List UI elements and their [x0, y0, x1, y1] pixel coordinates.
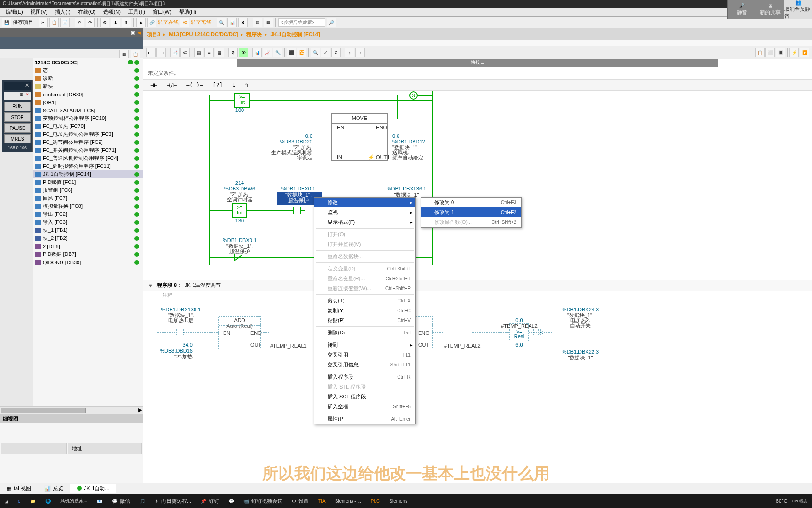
bc-device[interactable]: M13 [CPU 1214C DC/DC/DC] — [169, 32, 238, 37]
offline-icon[interactable]: ⛓ — [180, 18, 189, 27]
submenu-item[interactable]: 修改为 1Ctrl+F2 — [421, 207, 521, 217]
tb-edge[interactable]: e — [13, 494, 25, 508]
branch-icon[interactable]: ↳ — [229, 80, 239, 90]
copy-icon[interactable]: 📋 — [49, 18, 59, 27]
tree-item[interactable]: FC_延时报警公用程序 [FC11] — [33, 162, 143, 170]
network-comment[interactable]: 注释 — [143, 291, 812, 300]
tree-item[interactable]: PID赋值 [FC1] — [33, 178, 143, 186]
tree-tool1-icon[interactable]: ▦ — [119, 50, 129, 59]
tree-item[interactable]: SCALE&ALARM [FC5] — [33, 106, 143, 114]
menu-item[interactable]: 粘贴(P)Ctrl+V — [314, 316, 415, 325]
tb-app2[interactable]: 🎵 — [135, 494, 150, 508]
paste-icon[interactable]: 📄 — [60, 18, 70, 27]
online-icon[interactable]: 🔗 — [147, 18, 156, 27]
context-submenu-modify[interactable]: 修改为 0Ctrl+F3修改为 1Ctrl+F2修改操作数(O)...Ctrl+… — [421, 197, 522, 228]
et-b-icon[interactable]: 📈 — [263, 48, 272, 57]
save-icon[interactable]: 💾 — [2, 18, 11, 27]
tb-app3[interactable]: 💬 — [224, 494, 239, 508]
tree-item[interactable]: FC_调节阀公用程序 [FC9] — [33, 138, 143, 146]
et-o-icon[interactable]: 🔽 — [800, 48, 809, 57]
tb-browser[interactable]: 🌐 — [40, 494, 55, 508]
tree-item[interactable]: PID数据 [DB7] — [33, 250, 143, 258]
upload-icon[interactable]: ⬆ — [122, 18, 131, 27]
box-icon[interactable]: [?] — [209, 80, 226, 90]
context-menu[interactable]: 修改▸监视▸显示格式(F)▸打开(O)打开并监视(M)重命名数据块...定义变量… — [314, 197, 416, 424]
et-n-icon[interactable]: ⚡ — [789, 48, 799, 57]
block-interface-label[interactable]: 块接口 — [237, 59, 718, 67]
tree-item[interactable]: FC_普通风机控制公用程序 [FC4] — [33, 154, 143, 162]
menu-view[interactable]: 视图(V) — [27, 8, 52, 16]
et-l-icon[interactable]: ⬜ — [765, 48, 775, 57]
et-h-icon[interactable]: ✗ — [331, 48, 341, 57]
tb-siemens2[interactable]: Siemens — [384, 494, 412, 508]
submenu-item[interactable]: 修改为 0Ctrl+F3 — [421, 198, 521, 207]
active-tab[interactable]: JK-1自动... — [70, 484, 117, 493]
tb-plcsim[interactable]: PLC — [366, 494, 384, 508]
menu-item[interactable]: 复制(Y)Ctrl+C — [314, 306, 415, 316]
et-goto2-icon[interactable]: ⟶ — [156, 48, 166, 57]
menu-item[interactable]: 监视▸ — [314, 207, 415, 217]
et-a-icon[interactable]: 📊 — [252, 48, 262, 57]
tool1-icon[interactable]: 🔍 — [217, 18, 226, 27]
tb-explorer[interactable]: 📁 — [25, 494, 40, 508]
menu-options[interactable]: 选项(N) — [100, 8, 125, 16]
tree-item[interactable]: 报警组 [FC6] — [33, 186, 143, 194]
compile-icon[interactable]: ⚙ — [100, 18, 109, 27]
tree-tool2-icon[interactable]: 📋 — [131, 50, 140, 59]
tree-item[interactable]: [OB1] — [33, 98, 143, 106]
panel-tool-icon[interactable]: ▦ — [20, 92, 24, 100]
arrow-left-icon[interactable]: ◀ — [137, 30, 141, 36]
portal-view-button[interactable]: ▦tal 视图 — [0, 484, 38, 493]
pause-button[interactable]: PAUSE — [4, 123, 31, 133]
et-monitor-icon[interactable]: 👁 — [239, 48, 248, 57]
menu-item[interactable]: 插入 SCL 程序段 — [314, 392, 415, 402]
tool3-icon[interactable]: ✖ — [238, 18, 248, 27]
menu-item[interactable]: 插入空框Shift+F5 — [314, 402, 415, 412]
layout2-icon[interactable]: ▦ — [264, 18, 273, 27]
bc-current[interactable]: JK-1自动控制 [FC14] — [270, 31, 320, 38]
tree-item[interactable]: FC_电加热控制公用程序 [FC3] — [33, 130, 143, 138]
network-8-header[interactable]: ▼ 程序段 8 : JK-1温湿度调节 — [143, 280, 812, 291]
layout1-icon[interactable]: ▤ — [253, 18, 262, 27]
tb-search[interactable]: 风机的搜索... — [55, 494, 92, 508]
tree-item[interactable]: 输出 [FC2] — [33, 210, 143, 218]
go-online-label[interactable]: 转至在线 — [158, 19, 179, 26]
tb-dingtalk[interactable]: 📌钉钉 — [196, 494, 224, 508]
tb-settings[interactable]: ⚙设置 — [287, 494, 313, 508]
et-k-icon[interactable]: 📋 — [755, 48, 765, 57]
menu-online[interactable]: 在线(O) — [74, 8, 100, 16]
tree-item[interactable]: 输入 [FC3] — [33, 218, 143, 226]
download-icon[interactable]: ⬇ — [111, 18, 120, 27]
tree-item[interactable]: 新块 — [33, 82, 143, 90]
min-icon[interactable]: — — [9, 82, 17, 90]
tree-item[interactable]: FC_电加热 [FC70] — [33, 122, 143, 130]
search-go-icon[interactable]: 🔎 — [327, 18, 336, 27]
max-icon[interactable]: □ — [17, 82, 23, 90]
tree-item[interactable]: 块_1 [FB1] — [33, 226, 143, 234]
tb-app1[interactable]: 📧 — [92, 494, 107, 508]
tree-item[interactable]: QIDONG [DB30] — [33, 258, 143, 266]
collapse-triangle-icon[interactable]: ▼ — [148, 283, 153, 288]
close-icon[interactable]: ✕ — [23, 82, 31, 90]
bc-project[interactable]: 项目3 — [147, 31, 160, 38]
undo-icon[interactable]: ↶ — [75, 18, 84, 27]
tree-cpu-node[interactable]: 1214C DC/DC/DC] — [33, 58, 143, 66]
go-offline-label[interactable]: 转至离线 — [191, 19, 211, 26]
et-compile-icon[interactable]: ⚙ — [228, 48, 238, 57]
et-view2-icon[interactable]: ≡ — [204, 48, 214, 57]
tree-item[interactable]: 模拟量转换 [FC8] — [33, 202, 143, 210]
tree-item[interactable]: 回风 [FC7] — [33, 194, 143, 202]
menu-window[interactable]: 窗口(W) — [149, 8, 175, 16]
et-xref-icon[interactable]: 📑 — [170, 48, 180, 57]
menu-item[interactable]: 剪切(T)Ctrl+X — [314, 296, 415, 306]
sim-icon[interactable]: ▶ — [136, 18, 146, 27]
et-tag-icon[interactable]: 🏷 — [180, 48, 190, 57]
tree-scroll-h[interactable]: ▶ — [0, 406, 143, 414]
et-m-icon[interactable]: 🔳 — [776, 48, 785, 57]
menu-edit[interactable]: 编辑(E) — [2, 8, 27, 16]
menu-tools[interactable]: 工具(T) — [125, 8, 149, 16]
menu-item[interactable]: 插入程序段Ctrl+R — [314, 372, 415, 382]
branch2-icon[interactable]: ↰ — [242, 80, 251, 90]
menu-item[interactable]: 属性(P)Alt+Enter — [314, 414, 415, 424]
share-button[interactable]: 🖥新的共享 — [756, 0, 784, 19]
